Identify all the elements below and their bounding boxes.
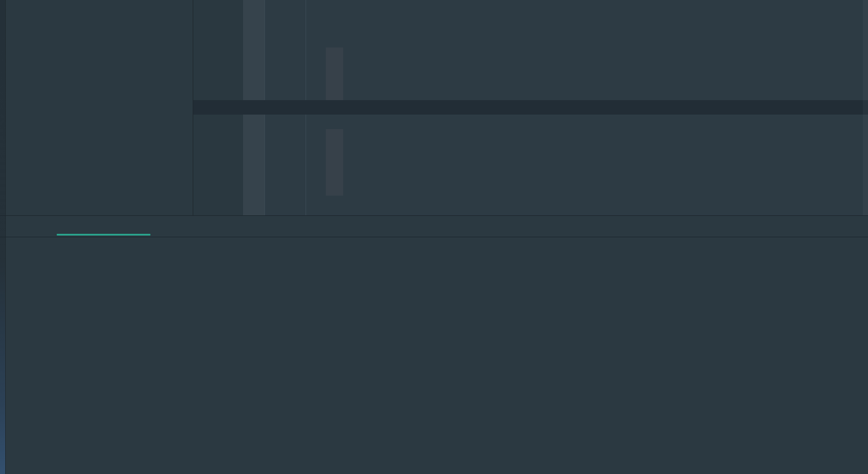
current-line-highlight xyxy=(193,100,868,115)
active-tab-indicator xyxy=(57,234,150,236)
scope-highlight xyxy=(326,129,343,196)
ide-window xyxy=(0,0,868,474)
scope-highlight xyxy=(326,47,343,100)
run-console-output xyxy=(48,267,868,471)
project-tree xyxy=(6,1,193,215)
header-divider xyxy=(0,237,868,237)
tab-window-icon xyxy=(57,222,65,231)
editor-console-divider[interactable] xyxy=(0,215,868,216)
editor-scrollbar[interactable] xyxy=(863,0,868,215)
run-tab[interactable] xyxy=(57,218,75,235)
